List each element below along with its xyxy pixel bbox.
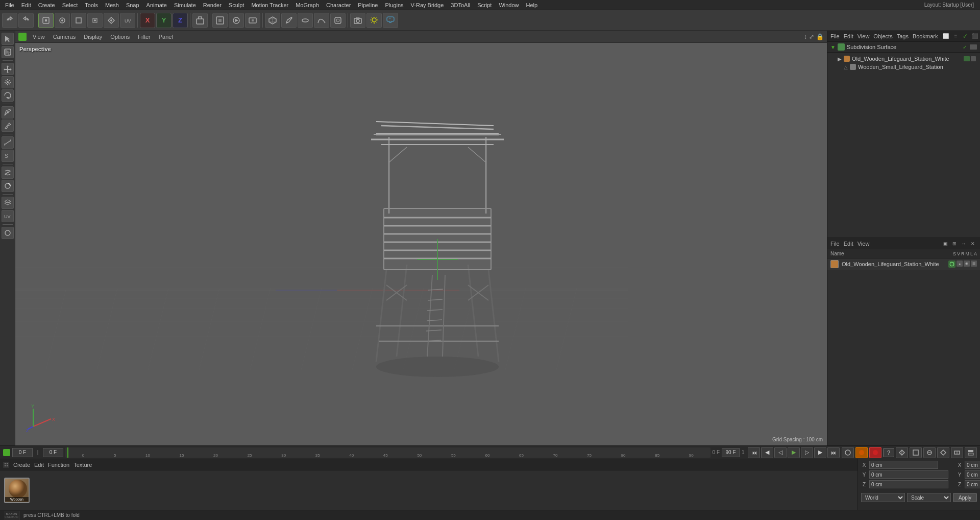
x-axis-button[interactable]: X: [140, 13, 155, 28]
menu-render[interactable]: Render: [200, 2, 225, 9]
light-button[interactable]: [366, 13, 382, 28]
obj-checkmark-icon[interactable]: ✓: [961, 32, 969, 40]
mat-function-menu[interactable]: Function: [48, 462, 69, 468]
object-view-menu[interactable]: View: [857, 33, 870, 39]
viewport-view-menu[interactable]: View: [31, 33, 47, 41]
x-pos-input[interactable]: [869, 461, 938, 469]
end-frame-input[interactable]: [722, 448, 740, 457]
current-frame-input[interactable]: [12, 448, 33, 457]
deform-button[interactable]: [298, 13, 313, 28]
mat-icon-expand[interactable]: ↔: [960, 240, 968, 248]
timeline-tool-1[interactable]: [896, 447, 908, 458]
maximize-icon[interactable]: ⤢: [809, 33, 814, 40]
mat-icon-other[interactable]: ☰: [971, 261, 977, 267]
object-tags-menu[interactable]: Tags: [897, 33, 909, 39]
menu-motion-tracker[interactable]: Motion Tracker: [248, 2, 291, 9]
menu-sculpt[interactable]: Sculpt: [226, 2, 248, 9]
subdiv-vis-icon[interactable]: [970, 44, 977, 50]
menu-window[interactable]: Window: [496, 2, 522, 9]
object-file-menu[interactable]: File: [830, 33, 840, 39]
h-rot-input[interactable]: [965, 461, 980, 469]
sidebar-object-btn[interactable]: [2, 227, 14, 239]
mat-icon-rend[interactable]: ◉: [964, 261, 970, 267]
mat-view-menu[interactable]: View: [857, 241, 870, 247]
timeline-layout-btn[interactable]: [965, 447, 977, 458]
tree-item-old-wooden[interactable]: ▶ Old_Wooden_Lifeguard_Station_White: [829, 55, 978, 63]
render-region-button[interactable]: [212, 13, 228, 28]
menu-character[interactable]: Character: [323, 2, 354, 9]
z-pos-input[interactable]: [869, 480, 948, 488]
viewport-cameras-menu[interactable]: Cameras: [51, 33, 78, 41]
start-frame-input[interactable]: [43, 448, 63, 457]
menu-simulate[interactable]: Simulate: [171, 2, 199, 9]
mat-editor-dots[interactable]: [3, 462, 9, 468]
viewport-filter-menu[interactable]: Filter: [136, 33, 152, 41]
menu-snap[interactable]: Snap: [123, 2, 142, 9]
menu-plugins[interactable]: Plugins: [382, 2, 406, 9]
goto-end-btn[interactable]: ⏭: [827, 447, 840, 458]
material-thumbnail[interactable]: Wooden: [4, 478, 30, 503]
timeline-stop-btn[interactable]: [869, 447, 881, 458]
next-frame-btn[interactable]: ▶: [814, 447, 826, 458]
menu-pipeline[interactable]: Pipeline: [355, 2, 381, 9]
tree-item-wooden-small[interactable]: △ Wooden_Small_Lifeguard_Station: [829, 63, 978, 71]
next-key-btn[interactable]: ▷: [801, 447, 813, 458]
sidebar-layers-btn[interactable]: [2, 197, 14, 209]
apply-button[interactable]: Apply: [953, 493, 977, 502]
mat-icon-s[interactable]: [948, 261, 955, 268]
z-rot2-input[interactable]: [965, 480, 980, 488]
mode-live-button[interactable]: [104, 13, 119, 28]
mode-point-button[interactable]: [87, 13, 103, 28]
obj-icon-3[interactable]: ⬛: [971, 32, 979, 40]
menu-animate[interactable]: Animate: [143, 2, 170, 9]
sidebar-select-btn[interactable]: [2, 33, 14, 45]
z-axis-button[interactable]: Z: [173, 13, 188, 28]
cube-button[interactable]: [265, 13, 280, 28]
menu-create[interactable]: Create: [35, 2, 58, 9]
timeline-tool-5[interactable]: [951, 447, 963, 458]
viewport-panel-menu[interactable]: Panel: [157, 33, 175, 41]
menu-tools[interactable]: Tools: [82, 2, 101, 9]
object-edit-menu[interactable]: Edit: [844, 33, 853, 39]
camera-button[interactable]: [350, 13, 365, 28]
y-rot2-input[interactable]: [965, 470, 980, 479]
prev-frame-btn[interactable]: ◀: [761, 447, 773, 458]
sidebar-measure-btn[interactable]: [2, 136, 14, 149]
timeline-tool-4[interactable]: [937, 447, 949, 458]
mode-edge-button[interactable]: [55, 13, 70, 28]
mat-icon-grid[interactable]: ⊞: [950, 240, 959, 248]
viewport-3d[interactable]: Perspective: [15, 43, 827, 445]
pencil-button[interactable]: [281, 13, 297, 28]
y-pos-input[interactable]: [869, 470, 948, 479]
goto-start-btn[interactable]: ⏮: [748, 447, 760, 458]
object-objects-menu[interactable]: Objects: [873, 33, 892, 39]
mode-object-button[interactable]: [71, 13, 86, 28]
menu-vray-bridge[interactable]: V-Ray Bridge: [408, 2, 447, 9]
viewport-green-indicator[interactable]: [18, 33, 27, 41]
mat-edit-menu[interactable]: Edit: [844, 241, 853, 247]
mat-icon-list[interactable]: ▣: [941, 240, 949, 248]
menu-script[interactable]: Script: [474, 2, 495, 9]
timeline-shape-1[interactable]: [842, 447, 854, 458]
menu-mesh[interactable]: Mesh: [102, 2, 122, 9]
menu-help[interactable]: Help: [523, 2, 541, 9]
material-row-1[interactable]: Old_Wooden_Lifeguard_Station_White ● ◉ ☰: [827, 258, 980, 270]
sidebar-twist-btn[interactable]: [2, 167, 14, 179]
mat-texture-menu[interactable]: Texture: [74, 462, 92, 468]
obj-icon-2[interactable]: ≡: [951, 32, 960, 40]
object-bookmark-menu[interactable]: Bookmark: [913, 33, 938, 39]
menu-3dtoall[interactable]: 3DToAll: [448, 2, 473, 9]
sidebar-scale-btn[interactable]: [2, 76, 14, 88]
sidebar-poly-pen-btn[interactable]: [2, 106, 14, 119]
obj-icon-1[interactable]: ⬜: [942, 32, 950, 40]
mat-file-menu[interactable]: File: [830, 241, 840, 247]
spline-button[interactable]: [314, 13, 329, 28]
nurbs-button[interactable]: [330, 13, 346, 28]
mode-model-button[interactable]: [38, 13, 54, 28]
expand-icon[interactable]: ↕: [804, 33, 807, 40]
undo-button[interactable]: [2, 13, 17, 28]
sidebar-live-select-btn[interactable]: [2, 46, 14, 58]
mat-edit-menu-bottom[interactable]: Edit: [34, 462, 44, 468]
sidebar-rotate-btn[interactable]: [2, 89, 14, 102]
y-axis-button[interactable]: Y: [156, 13, 172, 28]
